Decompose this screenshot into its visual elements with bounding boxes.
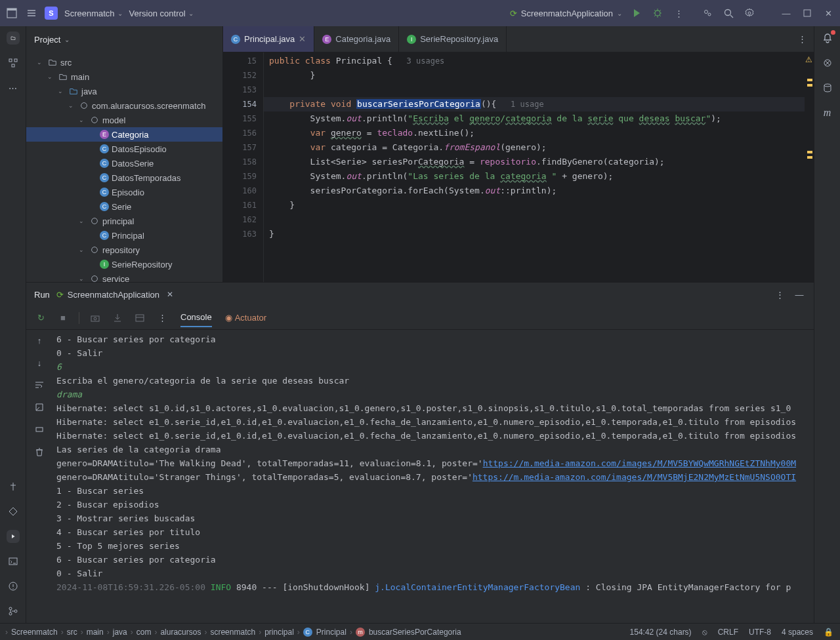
database-icon[interactable] <box>821 81 834 94</box>
stop-icon[interactable]: ■ <box>56 311 70 325</box>
editor-tab[interactable]: ISerieRepository.java <box>399 26 507 52</box>
more-icon[interactable]: ⋮ <box>773 288 786 301</box>
project-name-menu[interactable]: Screenmatch⌄ <box>64 9 123 18</box>
tree-item[interactable]: ⌄service <box>26 271 222 282</box>
close-icon[interactable]: ✕ <box>163 288 177 301</box>
app-menu-icon[interactable] <box>5 7 18 20</box>
url-link[interactable]: https://m.media-amazon.com/images/M/MV5B… <box>472 472 796 482</box>
project-panel-header[interactable]: Project ⌄ <box>26 26 222 52</box>
maximize-icon[interactable] <box>801 7 814 20</box>
ai-icon[interactable] <box>821 56 834 70</box>
indent[interactable]: 4 spaces <box>782 628 813 637</box>
layout-icon[interactable] <box>133 311 146 325</box>
breadcrumb-item[interactable]: java <box>113 628 127 637</box>
t: seriesPorCategoria.forEach(System. <box>269 186 485 195</box>
export-icon[interactable] <box>111 311 124 325</box>
maven-icon[interactable]: m <box>821 106 834 119</box>
wrap-icon[interactable] <box>33 378 46 391</box>
marker[interactable] <box>807 84 812 87</box>
tree-item[interactable]: ⌄java <box>26 84 222 98</box>
tree-item[interactable]: ⌄com.aluracursos.screenmatch <box>26 98 222 113</box>
structure-tool-icon[interactable] <box>7 56 20 70</box>
tree-item[interactable]: ECategoria <box>26 127 222 142</box>
minimize-icon[interactable]: — <box>780 7 793 20</box>
line-separator[interactable]: CRLF <box>718 628 738 637</box>
more-icon[interactable]: ⋮ <box>156 311 169 325</box>
encoding[interactable]: UTF-8 <box>749 628 771 637</box>
search-icon[interactable] <box>722 7 735 20</box>
problems-tool-icon[interactable] <box>7 580 20 593</box>
t: = <box>464 157 479 167</box>
project-tool-icon[interactable] <box>7 31 20 45</box>
tree-item[interactable]: CSerie <box>26 199 222 214</box>
run-icon[interactable] <box>630 7 643 20</box>
up-icon[interactable]: ↑ <box>33 334 46 347</box>
minimize-panel-icon[interactable]: — <box>793 288 806 301</box>
trash-icon[interactable] <box>33 445 46 458</box>
marker[interactable] <box>807 156 812 159</box>
tree-item[interactable]: ⌄principal <box>26 214 222 228</box>
t: Principal <box>336 56 387 66</box>
settings-icon[interactable] <box>743 7 756 20</box>
tabs-more-icon[interactable]: ⋮ <box>795 33 808 46</box>
down-icon[interactable]: ↓ <box>33 356 46 369</box>
titlebar: S Screenmatch⌄ Version control⌄ ⟳ Screen… <box>0 0 840 26</box>
tree-item[interactable]: CEpisodio <box>26 185 222 199</box>
rerun-icon[interactable]: ↻ <box>34 311 47 325</box>
breadcrumb-item[interactable]: principal <box>264 628 294 637</box>
breadcrumb-item[interactable]: aluracursos <box>160 628 201 637</box>
lock-icon[interactable]: 🔒 <box>824 628 833 637</box>
breadcrumb-class[interactable]: CPrincipal <box>303 628 346 637</box>
cursor-position[interactable]: 154:42 (24 chars) <box>630 628 692 637</box>
console-output[interactable]: 6 - Buscar series por categoria0 - Salir… <box>52 330 814 623</box>
tree-item[interactable]: ISerieRepository <box>26 257 222 271</box>
scroll-icon[interactable] <box>33 401 46 414</box>
warning-icon[interactable]: ⚠ <box>805 55 812 64</box>
svg-point-20 <box>92 247 98 253</box>
vcs-menu[interactable]: Version control⌄ <box>129 9 194 18</box>
terminal-tool-icon[interactable] <box>7 555 20 568</box>
more-tools-icon[interactable]: ⋯ <box>7 81 20 94</box>
console-tab[interactable]: Console <box>180 308 212 327</box>
debug-icon[interactable] <box>651 7 664 20</box>
tree-item[interactable]: ⌄model <box>26 113 222 127</box>
url-link[interactable]: https://m.media-amazon.com/images/M/MV5B… <box>483 458 796 468</box>
actuator-tab[interactable]: ◉Actuator <box>225 308 266 327</box>
tree-item[interactable]: CPrincipal <box>26 228 222 243</box>
close-icon[interactable]: ✕ <box>299 34 306 44</box>
tree-item[interactable]: CDatosSerie <box>26 156 222 170</box>
close-icon[interactable]: ✕ <box>822 7 835 20</box>
editor-tab[interactable]: ECategoria.java <box>314 26 399 52</box>
hamburger-icon[interactable] <box>25 7 38 20</box>
run-tab[interactable]: ⟳ ScreenmatchApplication ✕ <box>56 288 177 301</box>
breadcrumb-method[interactable]: mbuscarSeriesPorCategoria <box>356 628 461 637</box>
run-tool-icon[interactable] <box>7 530 20 543</box>
editor-code[interactable]: public class Principal { 3 usages } priv… <box>264 52 805 282</box>
readonly-icon[interactable]: ⦸ <box>702 628 707 637</box>
breadcrumb-item[interactable]: main <box>87 628 104 637</box>
breadcrumb-item[interactable]: com <box>136 628 152 637</box>
marker[interactable] <box>807 151 812 153</box>
notifications-icon[interactable] <box>821 31 834 45</box>
tree-item[interactable]: ⌄main <box>26 70 222 84</box>
breadcrumb-item[interactable]: screenmatch <box>210 628 255 637</box>
camera-icon[interactable] <box>89 311 102 325</box>
print-icon[interactable] <box>33 423 46 436</box>
project-tree[interactable]: ⌄src⌄main⌄java⌄com.aluracursos.screenmat… <box>26 52 222 282</box>
editor-tab[interactable]: CPrincipal.java✕ <box>223 26 314 52</box>
bookmarks-tool-icon[interactable] <box>7 480 20 493</box>
run-config-selector[interactable]: ⟳ ScreenmatchApplication ⌄ <box>510 9 622 18</box>
tree-item[interactable]: ⌄src <box>26 55 222 70</box>
tree-item[interactable]: CDatosEpisodio <box>26 142 222 156</box>
services-tool-icon[interactable] <box>7 505 20 518</box>
more-icon[interactable]: ⋮ <box>672 7 685 20</box>
vcs-tool-icon[interactable] <box>7 605 20 618</box>
marker[interactable] <box>807 79 812 81</box>
t: de la <box>552 113 588 123</box>
breadcrumb-item[interactable]: Screenmatch <box>11 628 58 637</box>
code-with-me-icon[interactable] <box>701 7 714 20</box>
tree-item[interactable]: ⌄repository <box>26 243 222 257</box>
tree-item[interactable]: CDatosTemporadas <box>26 170 222 185</box>
breadcrumbs[interactable]: ›Screenmatch›src›main›java›com›aluracurs… <box>0 628 630 637</box>
breadcrumb-item[interactable]: src <box>67 628 77 637</box>
